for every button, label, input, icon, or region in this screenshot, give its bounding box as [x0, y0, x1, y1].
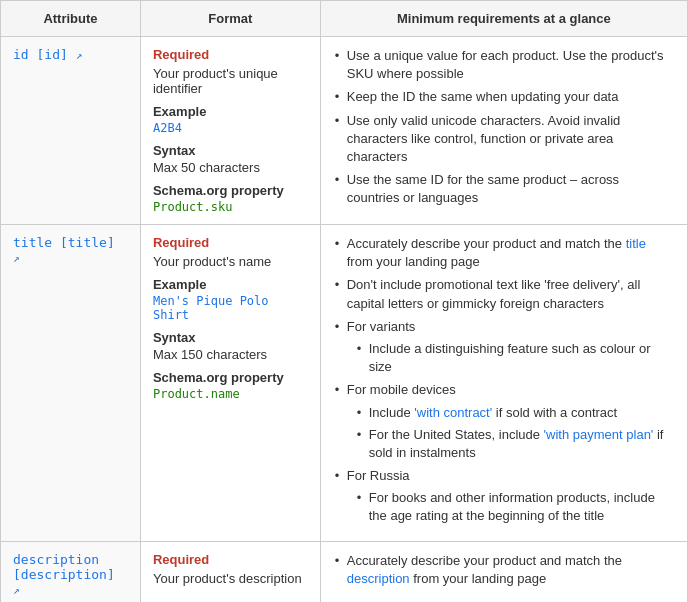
highlight-title: title [626, 236, 646, 251]
syntax-value-1: Max 150 characters [153, 347, 308, 362]
schema-label-0: Schema.org property [153, 183, 308, 198]
format-cell-2: RequiredYour product's description [140, 541, 320, 602]
req-cell-2: Accurately describe your product and mat… [320, 541, 687, 602]
req-item-0-0: Use a unique value for each product. Use… [333, 47, 675, 83]
format-cell-0: RequiredYour product's unique identifier… [140, 37, 320, 225]
sub-req-item-1-2-0: Include a distinguishing feature such as… [347, 340, 675, 376]
req-item-1-4: For RussiaFor books and other informatio… [333, 467, 675, 526]
format-desc-2: Your product's description [153, 571, 308, 586]
external-link-icon: ↗ [13, 252, 20, 265]
example-value-1: Men's Pique Polo Shirt [153, 294, 308, 322]
req-item-1-1: Don't include promotional text like 'fre… [333, 276, 675, 312]
req-item-2-0: Accurately describe your product and mat… [333, 552, 675, 588]
syntax-label-1: Syntax [153, 330, 308, 345]
sub-req-item-1-4-0: For books and other information products… [347, 489, 675, 525]
attr-cell-0: id [id] ↗ [1, 37, 141, 225]
sub-req-list-1-4: For books and other information products… [347, 489, 675, 525]
attr-cell-2: description [description] ↗ [1, 541, 141, 602]
req-item-0-3: Use the same ID for the same product – a… [333, 171, 675, 207]
req-list-2: Accurately describe your product and mat… [333, 552, 675, 588]
req-item-1-3: For mobile devicesInclude 'with contract… [333, 381, 675, 462]
example-value-0: A2B4 [153, 121, 308, 135]
highlight-payment: 'with payment plan' [544, 427, 654, 442]
req-item-1-0: Accurately describe your product and mat… [333, 235, 675, 271]
format-cell-1: RequiredYour product's nameExampleMen's … [140, 225, 320, 542]
highlight-contract: 'with contract' [414, 405, 492, 420]
col-header-requirements: Minimum requirements at a glance [320, 1, 687, 37]
req-item-0-2: Use only valid unicode characters. Avoid… [333, 112, 675, 167]
syntax-label-0: Syntax [153, 143, 308, 158]
sub-req-list-1-2: Include a distinguishing feature such as… [347, 340, 675, 376]
attr-link-2[interactable]: description [description] ↗ [13, 552, 115, 597]
external-link-icon: ↗ [76, 49, 83, 62]
example-label-1: Example [153, 277, 308, 292]
syntax-value-0: Max 50 characters [153, 160, 308, 175]
attr-link-1[interactable]: title [title] ↗ [13, 235, 115, 265]
schema-value-1: Product.name [153, 387, 308, 401]
required-label-2: Required [153, 552, 308, 567]
attr-link-0[interactable]: id [id] ↗ [13, 47, 82, 62]
sub-req-list-1-3: Include 'with contract' if sold with a c… [347, 404, 675, 463]
highlight-span: description [347, 571, 410, 586]
format-desc-1: Your product's name [153, 254, 308, 269]
col-header-format: Format [140, 1, 320, 37]
sub-req-item-1-3-0: Include 'with contract' if sold with a c… [347, 404, 675, 422]
col-header-attribute: Attribute [1, 1, 141, 37]
schema-label-1: Schema.org property [153, 370, 308, 385]
req-item-1-2: For variantsInclude a distinguishing fea… [333, 318, 675, 377]
req-cell-0: Use a unique value for each product. Use… [320, 37, 687, 225]
schema-value-0: Product.sku [153, 200, 308, 214]
example-label-0: Example [153, 104, 308, 119]
external-link-icon: ↗ [13, 584, 20, 597]
req-list-0: Use a unique value for each product. Use… [333, 47, 675, 208]
required-label-1: Required [153, 235, 308, 250]
sub-req-item-1-3-1: For the United States, include 'with pay… [347, 426, 675, 462]
attr-cell-1: title [title] ↗ [1, 225, 141, 542]
req-list-1: Accurately describe your product and mat… [333, 235, 675, 526]
req-item-0-1: Keep the ID the same when updating your … [333, 88, 675, 106]
required-label-0: Required [153, 47, 308, 62]
format-desc-0: Your product's unique identifier [153, 66, 308, 96]
req-cell-1: Accurately describe your product and mat… [320, 225, 687, 542]
